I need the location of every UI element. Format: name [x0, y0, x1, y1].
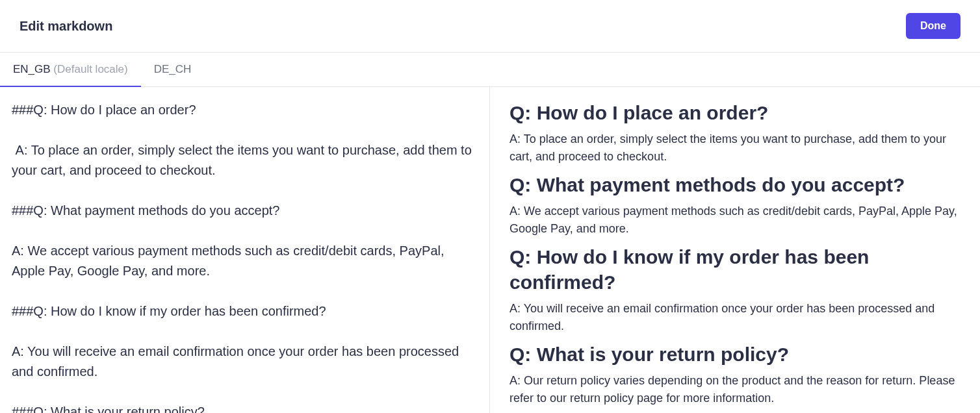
- preview-body: A: To place an order, simply select the …: [509, 131, 961, 166]
- preview-heading: Q: What is your return policy?: [509, 342, 961, 367]
- markdown-source-input[interactable]: ###Q: How do I place an order? A: To pla…: [12, 100, 476, 413]
- done-button[interactable]: Done: [906, 13, 961, 39]
- editor-container: ###Q: How do I place an order? A: To pla…: [0, 87, 980, 413]
- preview-heading: Q: How do I know if my order has been co…: [509, 244, 961, 295]
- page-title: Edit markdown: [19, 19, 112, 34]
- preview-body: A: You will receive an email confirmatio…: [509, 300, 961, 335]
- preview-body: A: We accept various payment methods suc…: [509, 203, 961, 238]
- markdown-preview-pane: Q: How do I place an order? A: To place …: [490, 87, 980, 413]
- tab-de-ch[interactable]: DE_CH: [141, 53, 205, 86]
- tab-en-gb[interactable]: EN_GB (Default locale): [0, 53, 141, 86]
- locale-tabs: EN_GB (Default locale) DE_CH: [0, 53, 980, 87]
- markdown-editor-pane: ###Q: How do I place an order? A: To pla…: [0, 87, 490, 413]
- preview-heading: Q: What payment methods do you accept?: [509, 172, 961, 197]
- header: Edit markdown Done: [0, 0, 980, 53]
- tab-suffix: (Default locale): [51, 63, 128, 75]
- preview-heading: Q: How do I place an order?: [509, 100, 961, 125]
- tab-label: EN_GB: [13, 63, 51, 75]
- tab-label: DE_CH: [154, 63, 192, 75]
- preview-body: A: Our return policy varies depending on…: [509, 372, 961, 407]
